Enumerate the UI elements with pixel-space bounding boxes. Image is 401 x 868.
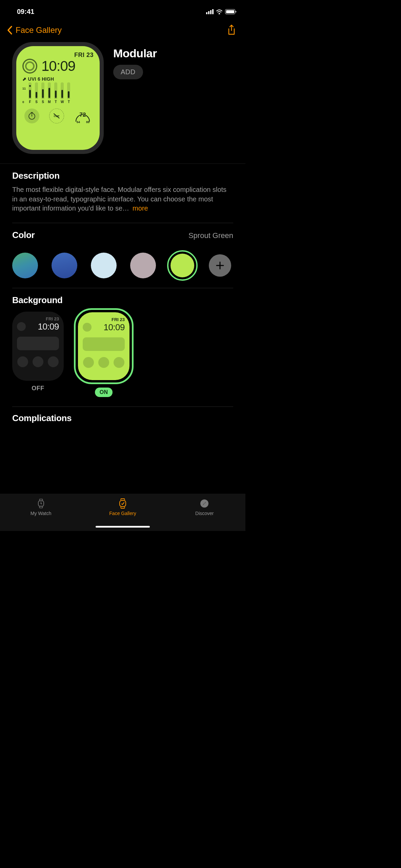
svg-text:72: 72 (80, 112, 86, 118)
color-swatch-green (171, 254, 194, 277)
preview-uv-chart: 11 0 F S S M T W T (22, 82, 94, 104)
background-thumb-off: FRI 23 10:09 (12, 312, 64, 381)
color-heading: Color (12, 230, 35, 240)
chevron-left-icon (7, 25, 13, 35)
watch-screen: FRI 23 10:09 ⬈ UVI 6 HIGH 11 0 F S S M T… (16, 46, 100, 150)
wifi-icon (216, 9, 223, 14)
complications-section: Complications (0, 407, 245, 423)
preview-time: 10:09 (41, 58, 75, 74)
status-time: 09:41 (17, 8, 34, 16)
color-swatch-gray[interactable] (130, 253, 156, 278)
tab-label: Face Gallery (109, 511, 136, 516)
on-label: ON (95, 388, 113, 397)
description-text: The most flexible digital-style face, Mo… (12, 186, 226, 212)
weather-complication: 72 64 88 (74, 108, 92, 123)
background-option-off[interactable]: FRI 23 10:09 OFF (12, 312, 64, 397)
timer-complication-icon (24, 108, 39, 123)
tab-face-gallery[interactable]: Face Gallery (82, 498, 163, 516)
thumb-slot-icon (114, 357, 124, 368)
day-label: S (42, 100, 44, 104)
day-label: W (61, 100, 64, 104)
watch-face-icon (118, 498, 127, 509)
plus-icon (215, 261, 225, 270)
color-add-button[interactable] (209, 254, 231, 277)
thumb-time: 10:09 (38, 321, 59, 332)
add-button[interactable]: ADD (113, 65, 143, 79)
preview-uvi: ⬈ UVI 6 HIGH (22, 76, 94, 82)
background-thumb-on: FRI 23 10:09 (78, 312, 129, 380)
thumb-slot-bar (83, 337, 125, 351)
background-option-on[interactable]: FRI 23 10:09 ON (78, 312, 129, 397)
compass-complication-icon: CUP (49, 108, 64, 123)
thumb-date: FRI 23 (83, 317, 125, 322)
thumb-slot-icon (33, 356, 43, 367)
more-button[interactable]: more (131, 204, 148, 212)
selected-color-name: Sprout Green (188, 231, 233, 240)
watch-icon (36, 498, 46, 509)
battery-icon (225, 9, 235, 14)
thumb-slot-icon (17, 356, 28, 367)
back-label: Face Gallery (16, 25, 62, 35)
description-heading: Description (12, 171, 233, 181)
thumb-slot-icon (83, 357, 94, 368)
color-swatch-blue[interactable] (52, 253, 77, 278)
background-heading: Background (12, 295, 233, 305)
activity-rings-icon (22, 59, 37, 74)
navigation-bar: Face Gallery (0, 20, 245, 42)
day-label: F (29, 100, 31, 104)
color-swatch-selected[interactable] (167, 250, 198, 281)
tab-bar: My Watch Face Gallery Discover (0, 494, 245, 531)
color-swatch-lightblue[interactable] (91, 253, 117, 278)
thumb-slot-icon (98, 357, 109, 368)
share-icon[interactable] (227, 24, 236, 36)
color-section: Color Sprout Green (0, 223, 245, 288)
background-section: Background FRI 23 10:09 OFF F (0, 288, 245, 407)
tab-label: Discover (195, 511, 214, 516)
thumb-slot-icon (17, 322, 26, 331)
day-label: M (48, 100, 51, 104)
color-swatches (12, 253, 233, 278)
description-section: Description The most flexible digital-st… (0, 164, 245, 223)
svg-point-0 (219, 13, 220, 14)
day-label: T (55, 100, 57, 104)
back-button[interactable]: Face Gallery (7, 25, 62, 35)
complications-heading: Complications (12, 413, 233, 423)
svg-text:88: 88 (86, 120, 89, 123)
thumb-slot-icon (83, 323, 92, 332)
thumb-slot-icon (48, 356, 59, 367)
tab-discover[interactable]: Discover (164, 498, 245, 516)
preview-date: FRI 23 (22, 52, 94, 59)
face-title: Modular (113, 47, 157, 60)
color-swatch-teal[interactable] (12, 253, 38, 278)
home-indicator[interactable] (96, 526, 150, 528)
off-label: OFF (32, 385, 44, 392)
status-bar: 09:41 (0, 0, 245, 20)
tab-my-watch[interactable]: My Watch (0, 498, 81, 516)
cellular-signal-icon (206, 9, 214, 14)
watch-face-preview: FRI 23 10:09 ⬈ UVI 6 HIGH 11 0 F S S M T… (12, 42, 104, 154)
tab-label: My Watch (31, 511, 52, 516)
status-icons (206, 9, 235, 14)
thumb-date: FRI 23 (17, 316, 59, 321)
compass-icon (200, 498, 209, 509)
axis-top: 11 (22, 87, 26, 90)
day-label: T (68, 100, 70, 104)
thumb-slot-bar (17, 337, 59, 350)
thumb-time: 10:09 (103, 322, 125, 333)
svg-text:64: 64 (77, 120, 80, 123)
svg-rect-8 (120, 500, 126, 507)
axis-bottom: 0 (22, 100, 26, 104)
day-label: S (35, 100, 38, 104)
hero-section: FRI 23 10:09 ⬈ UVI 6 HIGH 11 0 F S S M T… (0, 42, 245, 163)
